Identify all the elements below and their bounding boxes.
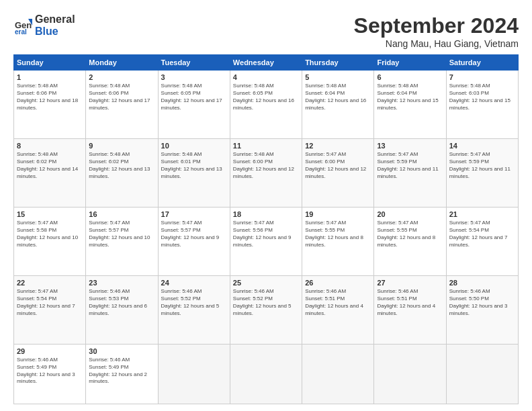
day-number: 12 [305, 141, 371, 150]
table-row: 14Sunrise: 5:47 AMSunset: 5:59 PMDayligh… [446, 138, 518, 207]
svg-text:eral: eral [15, 28, 27, 35]
table-row: 8Sunrise: 5:48 AMSunset: 6:02 PMDaylight… [14, 138, 86, 207]
col-saturday: Saturday [446, 55, 518, 71]
title-section: September 2024 Nang Mau, Hau Giang, Viet… [354, 13, 519, 49]
day-number: 4 [233, 73, 299, 82]
col-friday: Friday [374, 55, 446, 71]
table-row: 16Sunrise: 5:47 AMSunset: 5:57 PMDayligh… [86, 207, 158, 275]
day-number: 10 [161, 141, 227, 150]
table-row: 21Sunrise: 5:47 AMSunset: 5:54 PMDayligh… [446, 207, 518, 275]
day-info: Sunrise: 5:47 AMSunset: 5:55 PMDaylight:… [377, 220, 443, 248]
day-info: Sunrise: 5:47 AMSunset: 5:57 PMDaylight:… [161, 220, 227, 248]
table-row: 5Sunrise: 5:48 AMSunset: 6:04 PMDaylight… [302, 71, 374, 139]
day-number: 6 [377, 73, 443, 82]
table-row: 17Sunrise: 5:47 AMSunset: 5:57 PMDayligh… [158, 207, 230, 275]
day-info: Sunrise: 5:47 AMSunset: 5:59 PMDaylight:… [449, 151, 515, 180]
day-number: 22 [17, 278, 83, 287]
table-row: 7Sunrise: 5:48 AMSunset: 6:03 PMDaylight… [446, 71, 518, 139]
table-row: 20Sunrise: 5:47 AMSunset: 5:55 PMDayligh… [374, 207, 446, 275]
day-number: 28 [449, 278, 515, 287]
calendar-week-4: 22Sunrise: 5:47 AMSunset: 5:54 PMDayligh… [14, 275, 519, 344]
day-info: Sunrise: 5:48 AMSunset: 6:06 PMDaylight:… [17, 83, 83, 111]
day-number: 3 [161, 73, 227, 82]
table-row: 10Sunrise: 5:48 AMSunset: 6:01 PMDayligh… [158, 138, 230, 207]
col-tuesday: Tuesday [158, 55, 230, 71]
day-info: Sunrise: 5:48 AMSunset: 6:02 PMDaylight:… [17, 151, 83, 180]
calendar-week-1: 1Sunrise: 5:48 AMSunset: 6:06 PMDaylight… [14, 71, 519, 139]
logo-blue: Blue [35, 26, 75, 38]
day-info: Sunrise: 5:47 AMSunset: 5:56 PMDaylight:… [233, 220, 299, 248]
day-number: 30 [89, 347, 154, 356]
table-row: 4Sunrise: 5:48 AMSunset: 6:05 PMDaylight… [230, 71, 302, 139]
day-info: Sunrise: 5:46 AMSunset: 5:52 PMDaylight:… [161, 288, 227, 317]
day-info: Sunrise: 5:47 AMSunset: 5:55 PMDaylight:… [305, 220, 371, 248]
day-info: Sunrise: 5:46 AMSunset: 5:49 PMDaylight:… [17, 357, 83, 385]
day-info: Sunrise: 5:48 AMSunset: 6:06 PMDaylight:… [89, 83, 154, 111]
day-number: 21 [449, 210, 515, 219]
calendar-week-3: 15Sunrise: 5:47 AMSunset: 5:58 PMDayligh… [14, 207, 519, 275]
calendar-week-5: 29Sunrise: 5:46 AMSunset: 5:49 PMDayligh… [14, 344, 519, 404]
day-number: 25 [233, 278, 299, 287]
table-row: 26Sunrise: 5:46 AMSunset: 5:51 PMDayligh… [302, 275, 374, 344]
table-row: 28Sunrise: 5:46 AMSunset: 5:50 PMDayligh… [446, 275, 518, 344]
table-row: 2Sunrise: 5:48 AMSunset: 6:06 PMDaylight… [86, 71, 158, 139]
day-info: Sunrise: 5:47 AMSunset: 6:00 PMDaylight:… [305, 151, 371, 180]
day-number: 15 [17, 210, 83, 219]
logo-text: General Blue [35, 13, 75, 37]
table-row: 11Sunrise: 5:48 AMSunset: 6:00 PMDayligh… [230, 138, 302, 207]
table-row: 3Sunrise: 5:48 AMSunset: 6:05 PMDaylight… [158, 71, 230, 139]
logo-icon: Gen eral [13, 16, 32, 35]
table-row: 23Sunrise: 5:46 AMSunset: 5:53 PMDayligh… [86, 275, 158, 344]
day-info: Sunrise: 5:46 AMSunset: 5:51 PMDaylight:… [305, 288, 371, 317]
day-number: 18 [233, 210, 299, 219]
table-row [446, 344, 518, 404]
table-row [302, 344, 374, 404]
day-number: 2 [89, 73, 154, 82]
table-row: 29Sunrise: 5:46 AMSunset: 5:49 PMDayligh… [14, 344, 86, 404]
day-info: Sunrise: 5:48 AMSunset: 6:04 PMDaylight:… [377, 83, 443, 111]
header: Gen eral General Blue September 2024 Nan… [13, 13, 519, 49]
day-info: Sunrise: 5:46 AMSunset: 5:49 PMDaylight:… [89, 357, 154, 385]
day-info: Sunrise: 5:47 AMSunset: 5:54 PMDaylight:… [449, 220, 515, 248]
day-info: Sunrise: 5:48 AMSunset: 6:00 PMDaylight:… [233, 151, 299, 180]
day-info: Sunrise: 5:47 AMSunset: 5:58 PMDaylight:… [17, 220, 83, 248]
table-row: 18Sunrise: 5:47 AMSunset: 5:56 PMDayligh… [230, 207, 302, 275]
day-number: 1 [17, 73, 83, 82]
day-number: 13 [377, 141, 443, 150]
day-info: Sunrise: 5:47 AMSunset: 5:57 PMDaylight:… [89, 220, 154, 248]
table-row: 1Sunrise: 5:48 AMSunset: 6:06 PMDaylight… [14, 71, 86, 139]
table-row [374, 344, 446, 404]
day-number: 11 [233, 141, 299, 150]
day-info: Sunrise: 5:48 AMSunset: 6:05 PMDaylight:… [233, 83, 299, 111]
day-number: 16 [89, 210, 154, 219]
day-info: Sunrise: 5:48 AMSunset: 6:05 PMDaylight:… [161, 83, 227, 111]
table-row: 15Sunrise: 5:47 AMSunset: 5:58 PMDayligh… [14, 207, 86, 275]
table-row: 13Sunrise: 5:47 AMSunset: 5:59 PMDayligh… [374, 138, 446, 207]
col-thursday: Thursday [302, 55, 374, 71]
table-row: 27Sunrise: 5:46 AMSunset: 5:51 PMDayligh… [374, 275, 446, 344]
table-row: 24Sunrise: 5:46 AMSunset: 5:52 PMDayligh… [158, 275, 230, 344]
day-number: 26 [305, 278, 371, 287]
day-number: 5 [305, 73, 371, 82]
day-info: Sunrise: 5:48 AMSunset: 6:03 PMDaylight:… [449, 83, 515, 111]
day-number: 8 [17, 141, 83, 150]
calendar-week-2: 8Sunrise: 5:48 AMSunset: 6:02 PMDaylight… [14, 138, 519, 207]
table-row [230, 344, 302, 404]
day-info: Sunrise: 5:48 AMSunset: 6:01 PMDaylight:… [161, 151, 227, 180]
day-info: Sunrise: 5:46 AMSunset: 5:51 PMDaylight:… [377, 288, 443, 317]
table-row [158, 344, 230, 404]
location: Nang Mau, Hau Giang, Vietnam [354, 38, 519, 49]
col-sunday: Sunday [14, 55, 86, 71]
day-number: 24 [161, 278, 227, 287]
page: Gen eral General Blue September 2024 Nan… [0, 0, 532, 411]
day-info: Sunrise: 5:47 AMSunset: 5:54 PMDaylight:… [17, 288, 83, 317]
day-number: 14 [449, 141, 515, 150]
table-row: 30Sunrise: 5:46 AMSunset: 5:49 PMDayligh… [86, 344, 158, 404]
calendar: Sunday Monday Tuesday Wednesday Thursday… [13, 54, 519, 404]
table-row: 12Sunrise: 5:47 AMSunset: 6:00 PMDayligh… [302, 138, 374, 207]
day-number: 27 [377, 278, 443, 287]
day-info: Sunrise: 5:48 AMSunset: 6:04 PMDaylight:… [305, 83, 371, 111]
day-info: Sunrise: 5:46 AMSunset: 5:50 PMDaylight:… [449, 288, 515, 317]
day-info: Sunrise: 5:47 AMSunset: 5:59 PMDaylight:… [377, 151, 443, 180]
day-number: 20 [377, 210, 443, 219]
